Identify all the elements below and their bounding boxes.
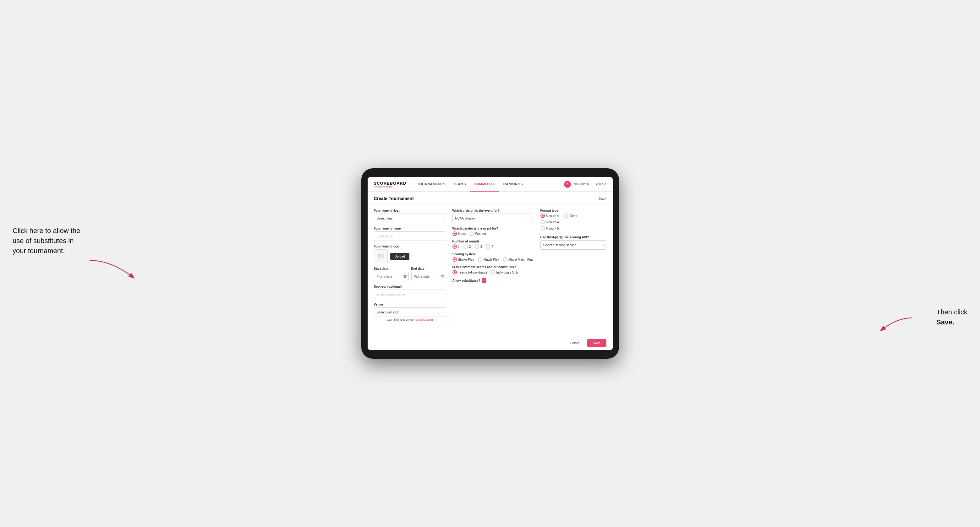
division-field: Which division is the event for? NCAA Di… (452, 209, 534, 223)
cancel-button[interactable]: Cancel (566, 339, 584, 347)
rounds-field: Number of rounds 1 2 (452, 240, 534, 249)
outer-wrapper: Click here to allow the use of substitut… (13, 168, 967, 359)
scoring-stroke-radio[interactable] (452, 257, 457, 262)
gender-womens-option[interactable]: Womens (469, 232, 487, 236)
logo-title: SCOREBOARD (374, 181, 407, 186)
nav-bar: SCOREBOARD Powered by clippd TOURNAMENTS… (368, 177, 613, 192)
scoring-api-select[interactable]: Select a scoring service (541, 240, 606, 250)
page-title: Create Tournament (374, 196, 414, 201)
tournament-host-select-wrapper: Search team ▾ (374, 214, 446, 223)
substitutes-label: Allow substitutes? (452, 279, 480, 283)
sign-out-link[interactable]: Sign out (595, 183, 606, 186)
rounds-3-option[interactable]: 3 (475, 244, 482, 249)
rounds-4-option[interactable]: 4 (486, 244, 493, 249)
event-individuals-option[interactable]: Individuals Only (490, 270, 519, 275)
scoring-match-option[interactable]: Match Play (478, 257, 499, 262)
nav-user: B blair admin | Sign out (564, 181, 606, 188)
scoring-match-radio[interactable] (478, 257, 482, 262)
nav-logo: SCOREBOARD Powered by clippd (374, 181, 407, 188)
tournament-host-label: Tournament Host (374, 209, 446, 212)
format-5count4-radio[interactable] (541, 214, 545, 218)
rounds-2-radio[interactable] (463, 244, 468, 249)
save-button[interactable]: Save (587, 339, 606, 347)
substitutes-field: Allow substitutes? ✓ (452, 278, 534, 283)
tournament-name-label: Tournament name (374, 227, 446, 230)
logo-upload-row: Upload (374, 249, 446, 263)
tournament-logo-field: Tournament logo Upload (374, 244, 446, 263)
format-6count4-option[interactable]: 6 count 4 (541, 220, 559, 224)
form-col-mid: Which division is the event for? NCAA Di… (452, 209, 534, 331)
venue-help: Can't find your venue? email support (374, 318, 446, 321)
form-footer: Cancel Save (368, 336, 613, 350)
format-type-label: Format type (541, 209, 606, 212)
format-other-option[interactable]: Other (564, 214, 578, 218)
sponsor-label: Sponsor (optional) (374, 285, 446, 288)
format-6count5-radio[interactable] (541, 226, 545, 230)
division-select[interactable]: NCAA Division I (452, 214, 534, 223)
sponsor-input[interactable] (374, 290, 446, 299)
rounds-4-radio[interactable] (486, 244, 490, 249)
tournament-name-input[interactable] (374, 232, 446, 241)
tablet-screen: SCOREBOARD Powered by clippd TOURNAMENTS… (368, 177, 613, 350)
event-individuals-radio[interactable] (490, 270, 495, 275)
scoring-stroke-option[interactable]: Stroke Play (452, 257, 474, 262)
arrow-right-svg (878, 315, 916, 333)
scoring-radio-group: Stroke Play Match Play Medal Match Play (452, 257, 534, 262)
event-type-field: Is this event for Teams and/or Individua… (452, 265, 534, 275)
form-col-right: Format type 5 count 4 Other (541, 209, 606, 331)
gender-mens-option[interactable]: Mens (452, 232, 466, 236)
gender-radio-group: Mens Womens (452, 232, 534, 236)
scoring-api-label: Use third-party live scoring API? (541, 235, 606, 239)
format-row-3: 6 count 5 (541, 226, 606, 230)
gender-womens-radio[interactable] (469, 232, 474, 236)
tournament-logo-label: Tournament logo (374, 244, 446, 248)
logo-placeholder (374, 249, 388, 263)
end-date-input[interactable] (411, 271, 446, 281)
start-date-field: Start date 📅 (374, 267, 409, 281)
venue-select[interactable]: Search golf club (374, 308, 446, 317)
event-teams-radio[interactable] (452, 270, 457, 275)
start-date-label: Start date (374, 267, 409, 270)
end-date-field: End date 📅 (411, 267, 446, 281)
scoring-medal-radio[interactable] (503, 257, 507, 262)
nav-tournaments[interactable]: TOURNAMENTS (414, 177, 449, 192)
rounds-2-option[interactable]: 2 (463, 244, 471, 249)
tournament-name-field: Tournament name (374, 227, 446, 241)
end-date-label: End date (411, 267, 446, 270)
rounds-1-option[interactable]: 1 (452, 244, 460, 249)
scoring-label: Scoring system (452, 252, 534, 256)
start-date-input[interactable] (374, 271, 409, 281)
user-name: blair admin (573, 183, 589, 186)
division-label: Which division is the event for? (452, 209, 534, 212)
form-area: Tournament Host Search team ▾ Tournament… (368, 204, 613, 336)
nav-rankings[interactable]: RANKINGS (500, 177, 526, 192)
scoring-api-select-wrapper: Select a scoring service ▾ (541, 240, 606, 250)
nav-committee[interactable]: COMMITTEE (470, 177, 499, 192)
scoring-medal-option[interactable]: Medal Match Play (503, 257, 533, 262)
nav-separator: | (591, 183, 592, 186)
format-6count5-option[interactable]: 6 count 5 (541, 226, 559, 230)
format-5count4-option[interactable]: 5 count 4 (541, 214, 559, 218)
format-row-2: 6 count 4 (541, 220, 606, 224)
email-support-link[interactable]: email support (416, 318, 433, 321)
scoring-api-field: Use third-party live scoring API? Select… (541, 235, 606, 250)
format-other-radio[interactable] (564, 214, 568, 218)
event-type-label: Is this event for Teams and/or Individua… (452, 265, 534, 269)
sponsor-field: Sponsor (optional) (374, 285, 446, 299)
form-col-left: Tournament Host Search team ▾ Tournament… (374, 209, 446, 331)
division-select-wrapper: NCAA Division I ▾ (452, 214, 534, 223)
back-button[interactable]: ‹ Back (597, 197, 606, 200)
nav-links: TOURNAMENTS TEAMS COMMITTEE RANKINGS (414, 177, 564, 192)
format-6count4-radio[interactable] (541, 220, 545, 224)
allow-substitutes-checkbox[interactable]: ✓ (482, 278, 487, 283)
event-teams-option[interactable]: Teams (+Individuals) (452, 270, 487, 275)
rounds-1-radio[interactable] (452, 244, 457, 249)
gender-field: Which gender is the event for? Mens Wome… (452, 227, 534, 236)
tournament-host-select[interactable]: Search team (374, 214, 446, 223)
gender-mens-radio[interactable] (452, 232, 457, 236)
avatar: B (564, 181, 571, 188)
rounds-3-radio[interactable] (475, 244, 479, 249)
upload-button[interactable]: Upload (390, 253, 410, 260)
nav-teams[interactable]: TEAMS (450, 177, 469, 192)
format-type-field: Format type 5 count 4 Other (541, 209, 606, 230)
